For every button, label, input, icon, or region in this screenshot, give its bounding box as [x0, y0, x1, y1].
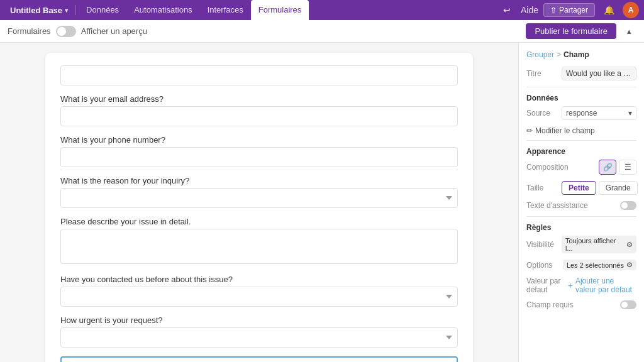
form-area: What is your email address? What is your… [0, 43, 518, 362]
tab-automatisations[interactable]: Automatisations [126, 0, 200, 20]
brand-button[interactable]: Untitled Base ▾ [5, 6, 73, 15]
field-label-3: What is your phone number? [60, 135, 458, 145]
panel-row-champ-requis: Champ requis [526, 300, 636, 309]
sub-toolbar-right: Publier le formulaire ▴ [526, 23, 636, 39]
ajouter-valeur-label: Ajouter une valeur par défaut [575, 277, 636, 294]
tab-interfaces[interactable]: Interfaces [200, 0, 251, 20]
panel-row-composition: Composition 🔗 ☰ [526, 160, 636, 175]
visibilite-value[interactable]: Toujours afficher l... ⚙ [562, 236, 636, 253]
aide-button[interactable]: Aide [521, 1, 538, 19]
field-label-7: How urgent is your request? [60, 315, 458, 325]
form-field-4: What is the reason for your inquiry? [60, 176, 458, 208]
ajouter-valeur-button[interactable]: + Ajouter une valeur par défaut [568, 277, 636, 294]
champ-requis-toggle[interactable] [620, 300, 636, 309]
modifier-champ-button[interactable]: ✏ Modifier le champ [526, 126, 595, 135]
plus-icon: + [568, 280, 573, 290]
notifications-button[interactable]: 🔔 [600, 1, 618, 19]
share-icon: ⇧ [550, 6, 557, 14]
right-panel: Grouper > Champ Titre Would you like a r… [518, 43, 644, 362]
history-button[interactable]: ↩ [498, 1, 516, 19]
options-text: Les 2 sélectionnés [567, 261, 624, 269]
field-select-7[interactable] [60, 327, 458, 348]
champ-requis-label: Champ requis [526, 300, 574, 309]
brand-label: Untitled Base [10, 6, 62, 15]
breadcrumb-grouper[interactable]: Grouper [526, 50, 554, 59]
form-field-7: How urgent is your request? [60, 315, 458, 348]
options-gear-icon: ⚙ [626, 261, 633, 269]
tab-formulaires[interactable]: Formulaires [251, 0, 309, 20]
field-textarea-5[interactable] [60, 229, 458, 264]
form-field-5: Please describe your issue in detail. [60, 217, 458, 266]
top-navigation: Untitled Base ▾ Données Automatisations … [0, 0, 644, 20]
form-field-3: What is your phone number? [60, 135, 458, 167]
field-label-5: Please describe your issue in detail. [60, 217, 458, 226]
titre-value[interactable]: Would you like a respon [562, 67, 636, 80]
panel-row-source: Source response ▾ [526, 106, 636, 120]
source-select[interactable]: response ▾ [562, 106, 636, 120]
brand-chevron: ▾ [65, 7, 68, 14]
tab-donnees[interactable]: Données [79, 0, 126, 20]
apercu-label: Afficher un aperçu [81, 26, 147, 36]
options-value[interactable]: Les 2 sélectionnés ⚙ [563, 260, 636, 270]
field-input-8[interactable] [60, 356, 458, 362]
source-chevron-icon: ▾ [628, 109, 632, 118]
form-field-1 [60, 65, 458, 85]
texte-assistance-knob [621, 202, 628, 209]
form-field-6: Have you contacted us before about this … [60, 275, 458, 307]
size-petite-button[interactable]: Petite [562, 181, 596, 195]
apercu-toggle[interactable] [56, 26, 76, 37]
form-field-2: What is your email address? [60, 94, 458, 126]
taille-label: Taille [526, 184, 558, 192]
texte-assistance-label: Texte d'assistance [526, 201, 588, 210]
panel-row-valeur-defaut: Valeur par défaut + Ajouter une valeur p… [526, 277, 636, 294]
size-buttons: Petite Grande [562, 181, 638, 195]
divider-1 [526, 87, 636, 87]
composition-list-button[interactable]: ☰ [619, 160, 636, 175]
visibilite-text: Toujours afficher l... [565, 237, 624, 252]
composition-label: Composition [526, 163, 569, 172]
field-label-2: What is your email address? [60, 94, 458, 104]
valeur-defaut-label: Valeur par défaut [526, 277, 564, 294]
toggle-knob [57, 27, 66, 36]
panel-row-options: Options Les 2 sélectionnés ⚙ [526, 260, 636, 270]
breadcrumb-separator: > [557, 50, 561, 59]
composition-link-button[interactable]: 🔗 [599, 160, 616, 175]
collapse-panel-button[interactable]: ▴ [621, 24, 636, 39]
field-label-4: What is the reason for your inquiry? [60, 176, 458, 185]
panel-row-taille: Taille Petite Grande [526, 181, 636, 195]
sub-toolbar: Formulaires Afficher un aperçu Publier l… [0, 20, 644, 43]
partager-label: Partager [559, 6, 588, 14]
breadcrumb-champ: Champ [564, 50, 589, 59]
field-select-6[interactable] [60, 287, 458, 307]
form-card: What is your email address? What is your… [45, 53, 473, 362]
visibilite-label: Visibilité [526, 240, 558, 249]
divider-2 [526, 140, 636, 141]
texte-assistance-toggle[interactable] [620, 201, 636, 210]
titre-label: Titre [526, 69, 558, 78]
composition-buttons: 🔗 ☰ [599, 160, 636, 175]
source-value: response [566, 109, 597, 118]
visibilite-gear-icon: ⚙ [626, 241, 633, 249]
nav-divider [75, 5, 76, 15]
field-input-1[interactable] [60, 65, 458, 85]
sub-toolbar-left: Formulaires Afficher un aperçu [8, 26, 147, 37]
field-input-2[interactable] [60, 106, 458, 126]
panel-row-visibilite: Visibilité Toujours afficher l... ⚙ [526, 236, 636, 253]
size-grande-button[interactable]: Grande [599, 181, 638, 195]
main-layout: What is your email address? What is your… [0, 43, 644, 362]
field-select-4[interactable] [60, 188, 458, 208]
field-input-3[interactable] [60, 147, 458, 167]
edit-icon: ✏ [526, 126, 533, 135]
publier-button[interactable]: Publier le formulaire [526, 23, 616, 39]
avatar[interactable]: A [623, 2, 639, 18]
panel-row-titre: Titre Would you like a respon [526, 67, 636, 80]
source-label: Source [526, 109, 558, 118]
partager-button[interactable]: ⇧ Partager [543, 3, 595, 17]
donnees-section-title: Données [526, 94, 636, 102]
champ-requis-knob [621, 302, 628, 308]
modifier-label: Modifier le champ [535, 126, 595, 135]
field-label-6: Have you contacted us before about this … [60, 275, 458, 284]
formulaires-label: Formulaires [8, 26, 51, 36]
options-label: Options [526, 261, 558, 270]
nav-right-section: ↩ Aide ⇧ Partager 🔔 A [498, 1, 639, 19]
